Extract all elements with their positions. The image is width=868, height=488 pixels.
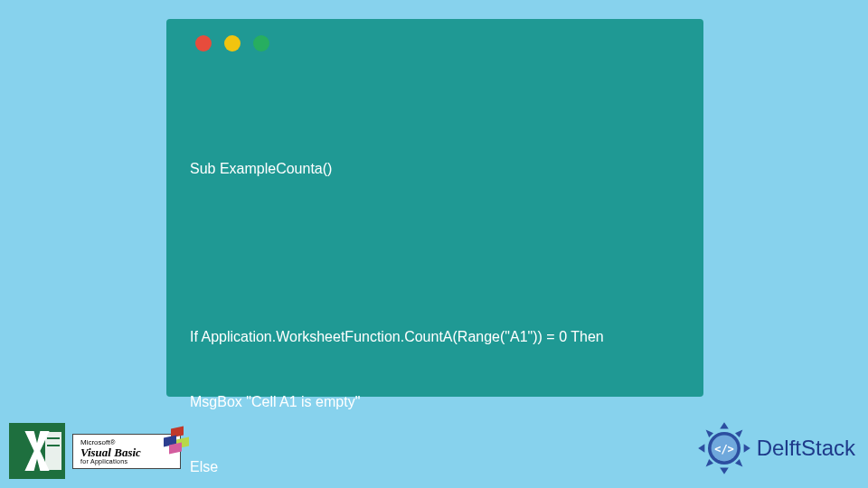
delftstack-gear-icon: </> xyxy=(697,421,751,475)
svg-marker-2 xyxy=(698,444,704,453)
svg-marker-4 xyxy=(705,430,712,437)
delftstack-label: DelftStack xyxy=(757,436,855,461)
visual-basic-logo: Microsoft® Visual Basic for Applications xyxy=(72,434,181,469)
svg-marker-5 xyxy=(735,430,742,437)
close-dot-icon xyxy=(195,35,212,52)
code-window: Sub ExampleCounta() If Application.Works… xyxy=(166,19,703,397)
code-line: Else xyxy=(190,456,680,478)
vb-cubes-icon xyxy=(164,427,193,453)
left-logos: Microsoft® Visual Basic for Applications xyxy=(9,423,181,479)
svg-marker-6 xyxy=(705,459,712,466)
code-line: If Application.WorksheetFunction.CountA(… xyxy=(190,326,680,348)
svg-marker-1 xyxy=(720,468,729,474)
svg-text:</>: </> xyxy=(714,443,734,455)
svg-marker-0 xyxy=(720,422,729,428)
vb-title: Visual Basic xyxy=(80,446,173,458)
code-block: Sub ExampleCounta() If Application.Works… xyxy=(190,71,680,488)
maximize-dot-icon xyxy=(253,35,269,52)
svg-marker-7 xyxy=(735,459,742,466)
code-line: Sub ExampleCounta() xyxy=(190,158,680,180)
code-line: MsgBox "Cell A1 is empty" xyxy=(190,391,680,413)
minimize-dot-icon xyxy=(224,35,241,52)
excel-logo-icon xyxy=(9,423,65,479)
svg-marker-3 xyxy=(743,444,750,453)
delftstack-logo: </> DelftStack xyxy=(697,421,855,475)
window-dots xyxy=(195,35,680,52)
vb-subtitle: for Applications xyxy=(80,458,173,465)
